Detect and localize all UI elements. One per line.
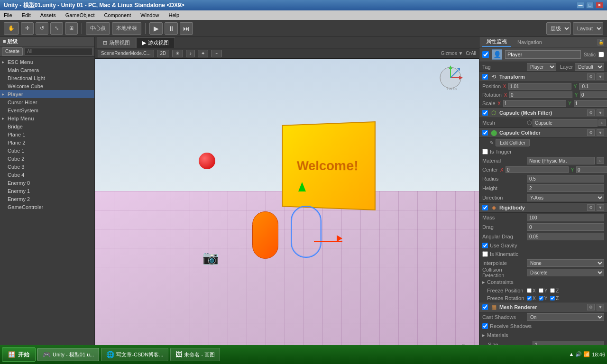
menu-edit[interactable]: Edit — [20, 11, 33, 19]
mesh-value-input[interactable] — [533, 119, 598, 127]
capsule-collider-settings-btn[interactable]: ⚙ — [587, 129, 595, 136]
rigidbody-settings-btn[interactable]: ⚙ — [587, 204, 595, 211]
static-checkbox[interactable] — [598, 52, 604, 57]
mesh-select-btn[interactable]: ○ — [598, 119, 606, 126]
hier-cursor-hider[interactable]: Cursor Hider — [6, 98, 94, 106]
menu-file[interactable]: File — [2, 11, 14, 19]
hier-enermy1[interactable]: Enermy 1 — [6, 187, 94, 195]
hand-tool[interactable]: ✋ — [4, 22, 19, 35]
hierarchy-create-btn[interactable]: Create — [2, 47, 23, 56]
rigidbody-enabled[interactable] — [482, 205, 488, 210]
freeze-pos-z-cb[interactable] — [550, 288, 555, 293]
rot-x-input[interactable] — [509, 91, 572, 98]
minimize-button[interactable]: — — [577, 2, 584, 9]
mesh-filter-enabled[interactable] — [482, 110, 488, 116]
is-kinematic-checkbox[interactable] — [482, 251, 488, 257]
step-button[interactable]: ⏭ — [180, 22, 193, 35]
center-x-input[interactable] — [506, 166, 569, 173]
menu-assets[interactable]: Assets — [38, 11, 58, 19]
pause-button[interactable]: ⏸ — [165, 22, 178, 35]
hier-game-controler[interactable]: GameControler — [6, 203, 94, 211]
hier-plane2[interactable]: Plane 2 — [6, 138, 94, 146]
hier-plane1[interactable]: Plane 1 — [6, 130, 94, 138]
menu-component[interactable]: Component — [102, 11, 133, 19]
scene-extras-btn[interactable]: ··· — [211, 50, 221, 57]
mesh-renderer-enabled[interactable] — [482, 304, 488, 310]
menu-gameobject[interactable]: GameObject — [64, 11, 97, 19]
2d-btn[interactable]: 2D — [157, 50, 170, 57]
rot-y-input[interactable] — [580, 91, 607, 98]
pos-x-input[interactable] — [508, 83, 571, 90]
mesh-filter-header[interactable]: ⬡ Capsule (Mesh Filter) ⚙ ▼ — [479, 108, 607, 118]
transform-component-header[interactable]: ⟲ Transform ⚙ ▼ — [479, 72, 607, 82]
maximize-button[interactable]: □ — [586, 2, 594, 9]
hier-enermy0[interactable]: Enermy 0 — [6, 179, 94, 187]
hier-event-system[interactable]: EventSystem — [6, 106, 94, 114]
freeze-rot-y-cb[interactable] — [539, 296, 543, 300]
material-select-btn[interactable]: ○ — [597, 157, 604, 164]
angular-drag-input[interactable] — [527, 233, 604, 240]
material-input[interactable] — [527, 157, 595, 164]
rigidbody-menu-btn[interactable]: ▼ — [597, 204, 604, 211]
play-button[interactable]: ▶ — [149, 22, 163, 35]
scale-x-input[interactable] — [503, 100, 566, 107]
rect-tool[interactable]: ⊞ — [65, 22, 78, 35]
center-toggle[interactable]: 中心点 — [86, 22, 110, 35]
layers-dropdown[interactable]: 层级 — [546, 22, 571, 35]
inspector-tab-properties[interactable]: 属性监视 — [482, 37, 511, 47]
render-mode-btn[interactable]: SceneRenderMode.C... — [98, 50, 154, 57]
collision-dropdown[interactable]: Discrete — [527, 269, 604, 276]
local-toggle[interactable]: 本地坐标 — [112, 22, 141, 35]
rigidbody-header[interactable]: ◈ Rigidbody ⚙ ▼ — [479, 202, 607, 213]
interpolate-dropdown[interactable]: None — [527, 259, 604, 267]
is-trigger-checkbox[interactable] — [482, 149, 488, 155]
mesh-filter-settings-btn[interactable]: ⚙ — [587, 109, 595, 116]
rotate-tool[interactable]: ↺ — [36, 22, 48, 35]
object-name-input[interactable] — [505, 50, 581, 59]
mesh-renderer-header[interactable]: ▦ Mesh Renderer ⚙ ▼ — [479, 302, 607, 312]
scene-viewport[interactable]: Welcome! 📷 — [95, 59, 479, 353]
transform-settings-btn[interactable]: ⚙ — [587, 73, 595, 80]
hier-cube1[interactable]: Cube 1 — [6, 146, 94, 155]
audio-btn[interactable]: ♪ — [186, 50, 195, 57]
capsule-collider-menu-btn[interactable]: ▼ — [597, 129, 604, 136]
close-button[interactable]: ✕ — [596, 2, 603, 9]
capsule-collider-header[interactable]: ⬤ Capsule Collider ⚙ ▼ — [479, 127, 607, 138]
move-tool[interactable]: ✛ — [21, 22, 34, 35]
menu-window[interactable]: Window — [138, 11, 161, 19]
hier-cube3[interactable]: Cube 3 — [6, 163, 94, 171]
layer-dropdown[interactable]: Default — [575, 63, 604, 71]
scene-view-tab[interactable]: ⊞ 场景视图 — [97, 37, 136, 48]
taskbar-paint[interactable]: 🖼 未命名 - 画图 — [170, 348, 220, 361]
pos-y-input[interactable] — [579, 83, 607, 90]
taskbar-unity[interactable]: 🎮 Unity - 模型01.u... — [37, 348, 99, 361]
transform-enabled[interactable] — [482, 74, 488, 80]
menu-help[interactable]: Help — [166, 11, 181, 19]
radius-input[interactable] — [527, 175, 604, 182]
receive-shadows-checkbox[interactable] — [482, 323, 488, 329]
capsule-collider-enabled[interactable] — [482, 130, 488, 136]
drag-input[interactable] — [527, 223, 604, 231]
cast-shadows-dropdown[interactable]: On — [527, 313, 604, 321]
freeze-pos-y-cb[interactable] — [539, 288, 543, 293]
hier-cube2[interactable]: Cube 2 — [6, 155, 94, 163]
object-active-checkbox[interactable] — [482, 51, 489, 58]
hierarchy-search[interactable] — [25, 48, 92, 55]
hier-main-camera[interactable]: Main Camera — [6, 66, 94, 74]
hier-welcome-cube[interactable]: Welcome Cube — [6, 82, 94, 90]
layout-dropdown[interactable]: Layout — [573, 22, 603, 35]
freeze-rot-x-cb[interactable] — [527, 296, 532, 300]
taskbar-csdn[interactable]: 🌐 写文章-CSDN博客... — [101, 348, 168, 361]
mesh-renderer-menu-btn[interactable]: ▼ — [597, 304, 604, 310]
inspector-lock-btn[interactable]: 🔒 — [598, 39, 604, 46]
hier-esc-menu[interactable]: ▸ ESC Menu — [0, 58, 94, 66]
mass-input[interactable] — [527, 214, 604, 221]
hier-cube4[interactable]: Cube 4 — [6, 171, 94, 179]
mesh-filter-menu-btn[interactable]: ▼ — [597, 109, 604, 116]
tag-dropdown[interactable]: Player — [527, 63, 556, 71]
hier-directional-light[interactable]: Directional Light — [6, 74, 94, 82]
start-button[interactable]: 🪟 开始 — [2, 347, 36, 362]
transform-menu-btn[interactable]: ▼ — [597, 73, 604, 80]
scale-y-input[interactable] — [574, 100, 607, 107]
freeze-rot-z-cb[interactable] — [550, 296, 555, 300]
